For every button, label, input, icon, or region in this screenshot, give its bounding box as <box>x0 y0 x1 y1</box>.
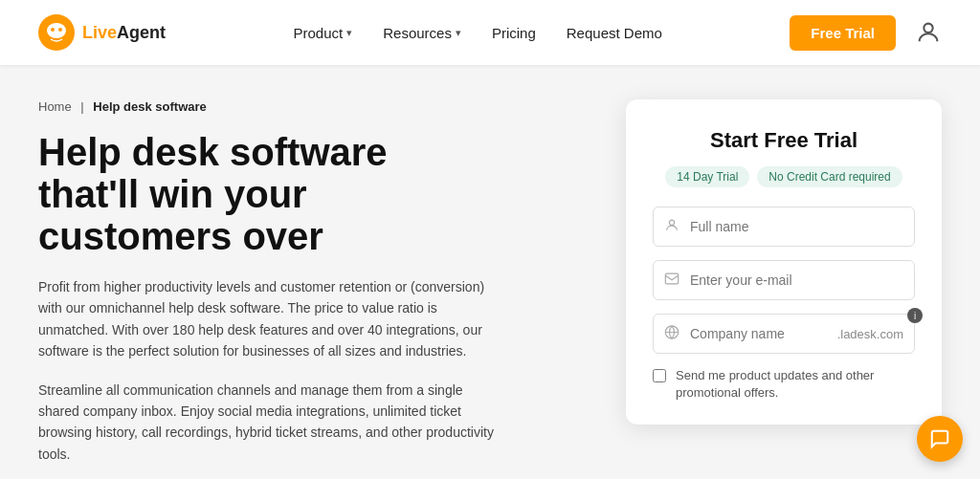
promo-checkbox[interactable] <box>653 369 666 382</box>
fullname-input[interactable] <box>653 207 915 247</box>
nav-item-request-demo[interactable]: Request Demo <box>567 25 662 41</box>
nav-item-product[interactable]: Product ▾ <box>294 25 353 41</box>
svg-point-3 <box>58 28 62 32</box>
logo-icon <box>38 14 75 51</box>
logo-text: LiveAgent <box>82 23 166 43</box>
chat-bubble-button[interactable] <box>917 416 963 462</box>
email-group <box>653 260 915 300</box>
email-input[interactable] <box>653 260 915 300</box>
header: LiveAgent Product ▾ Resources ▾ Pricing … <box>0 0 980 65</box>
hero-title: Help desk software that'll win your cust… <box>38 131 498 257</box>
main-content: Home | Help desk software Help desk soft… <box>0 65 980 479</box>
chat-bubble-icon <box>929 428 950 449</box>
breadcrumb-separator: | <box>80 99 83 114</box>
promo-checkbox-row: Send me product updates and other promot… <box>653 367 915 402</box>
badge-14-day: 14 Day Trial <box>665 166 749 187</box>
badge-no-credit-card: No Credit Card required <box>757 166 902 187</box>
user-input-icon <box>664 218 679 236</box>
globe-input-icon <box>664 325 679 343</box>
resources-chevron-icon: ▾ <box>456 27 461 39</box>
breadcrumb: Home | Help desk software <box>38 99 588 114</box>
promo-checkbox-label[interactable]: Send me product updates and other promot… <box>676 367 915 402</box>
hero-description-1: Profit from higher productivity levels a… <box>38 276 498 362</box>
free-trial-button[interactable]: Free Trial <box>790 15 896 51</box>
domain-suffix: .ladesk.com <box>837 327 903 341</box>
form-title: Start Free Trial <box>653 128 915 153</box>
trial-form-section: Start Free Trial 14 Day Trial No Credit … <box>626 99 942 425</box>
trial-form-card: Start Free Trial 14 Day Trial No Credit … <box>626 99 942 425</box>
company-group: .ladesk.com i <box>653 314 915 354</box>
svg-point-1 <box>47 23 66 38</box>
svg-rect-6 <box>665 273 678 284</box>
fullname-group <box>653 207 915 247</box>
nav-item-pricing[interactable]: Pricing <box>492 25 536 41</box>
breadcrumb-current: Help desk software <box>93 99 207 114</box>
info-icon[interactable]: i <box>907 308 923 323</box>
svg-point-5 <box>669 220 674 225</box>
user-account-icon[interactable] <box>915 19 942 46</box>
breadcrumb-home[interactable]: Home <box>38 99 72 114</box>
trial-badges: 14 Day Trial No Credit Card required <box>653 166 915 187</box>
nav-item-resources[interactable]: Resources ▾ <box>383 25 461 41</box>
email-input-icon <box>664 272 679 290</box>
nav-actions: Free Trial <box>790 15 942 51</box>
hero-description-2: Streamline all communication channels an… <box>38 380 498 466</box>
logo[interactable]: LiveAgent <box>38 14 166 51</box>
product-chevron-icon: ▾ <box>346 27 352 39</box>
main-nav: Product ▾ Resources ▾ Pricing Request De… <box>294 25 662 41</box>
svg-point-4 <box>924 24 932 33</box>
svg-point-2 <box>51 28 55 32</box>
hero-section: Home | Help desk software Help desk soft… <box>38 99 588 465</box>
